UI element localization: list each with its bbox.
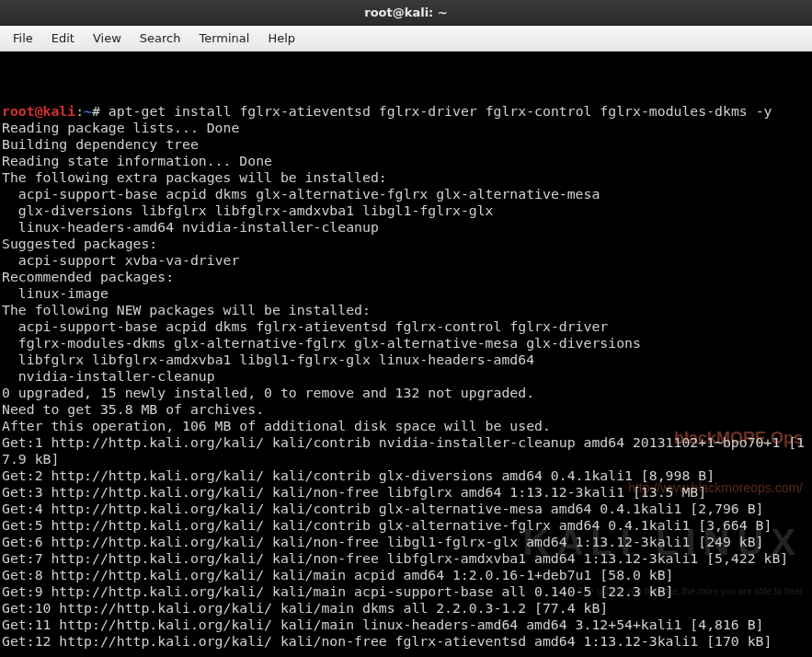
menu-file[interactable]: File (4, 28, 42, 49)
output-line: The following extra packages will be ins… (2, 169, 387, 185)
menu-search[interactable]: Search (131, 28, 190, 49)
output-line: 0 upgraded, 15 newly installed, 0 to rem… (2, 385, 534, 400)
terminal-content: root@kali:~# apt-get install fglrx-atiev… (2, 103, 810, 650)
menu-help[interactable]: Help (258, 28, 304, 49)
command-text: apt-get install fglrx-atieventsd fglrx-d… (109, 103, 772, 119)
output-line: fglrx-modules-dkms glx-alternative-fglrx… (2, 335, 641, 351)
prompt-cwd: ~ (84, 103, 92, 119)
prompt-symbol: # (92, 103, 109, 119)
output-line: Get:9 http://http.kali.org/kali/ kali/ma… (2, 583, 674, 599)
menu-view[interactable]: View (84, 28, 131, 49)
output-line: Get:8 http://http.kali.org/kali/ kali/ma… (2, 567, 674, 582)
output-line: linux-image (2, 285, 109, 301)
output-line: acpi-support-base acpid dkms glx-alterna… (2, 186, 600, 202)
prompt-user-host: root@kali (2, 103, 75, 119)
output-line: Suggested packages: (2, 236, 157, 251)
output-line: Get:3 http://http.kali.org/kali/ kali/no… (2, 484, 706, 500)
output-line: Get:7 http://http.kali.org/kali/ kali/no… (2, 550, 788, 566)
output-line: The following NEW packages will be insta… (2, 302, 371, 317)
menubar: File Edit View Search Terminal Help (0, 26, 812, 52)
output-line: Get:12 http://http.kali.org/kali/ kali/n… (2, 633, 772, 649)
output-line: Get:6 http://http.kali.org/kali/ kali/no… (2, 534, 764, 549)
output-line: Need to get 35.8 MB of archives. (2, 401, 264, 417)
menu-terminal[interactable]: Terminal (189, 28, 258, 49)
terminal-area[interactable]: blackMORE Ops http://www.blackmoreops.co… (0, 52, 812, 657)
output-line: Get:1 http://http.kali.org/kali/ kali/co… (2, 434, 805, 467)
output-line: acpi-support xvba-va-driver (2, 252, 239, 268)
output-line: Get:11 http://http.kali.org/kali/ kali/m… (2, 617, 764, 632)
output-line: glx-diversions libfglrx libfglrx-amdxvba… (2, 202, 494, 218)
output-line: nvidia-installer-cleanup (2, 368, 215, 384)
prompt-colon: : (75, 103, 84, 119)
window-title: root@kali: ~ (364, 6, 447, 19)
menu-edit[interactable]: Edit (42, 28, 84, 49)
terminal-window: root@kali: ~ File Edit View Search Termi… (0, 0, 812, 657)
output-line: Get:4 http://http.kali.org/kali/ kali/co… (2, 501, 764, 516)
output-line: libfglrx libfglrx-amdxvba1 libgl1-fglrx-… (2, 352, 534, 367)
window-titlebar[interactable]: root@kali: ~ (0, 0, 812, 26)
output-line: Building dependency tree (2, 136, 199, 152)
output-line: Get:10 http://http.kali.org/kali/ kali/m… (2, 600, 608, 616)
output-line: linux-headers-amd64 nvidia-installer-cle… (2, 219, 379, 235)
output-line: After this operation, 106 MB of addition… (2, 418, 551, 433)
output-line: Get:2 http://http.kali.org/kali/ kali/co… (2, 467, 715, 483)
output-line: Recommended packages: (2, 269, 174, 284)
output-line: Get:5 http://http.kali.org/kali/ kali/co… (2, 517, 772, 533)
output-line: Reading package lists... Done (2, 120, 239, 135)
output-line: Reading state information... Done (2, 153, 272, 168)
output-line: acpi-support-base acpid dkms fglrx-atiev… (2, 318, 608, 334)
